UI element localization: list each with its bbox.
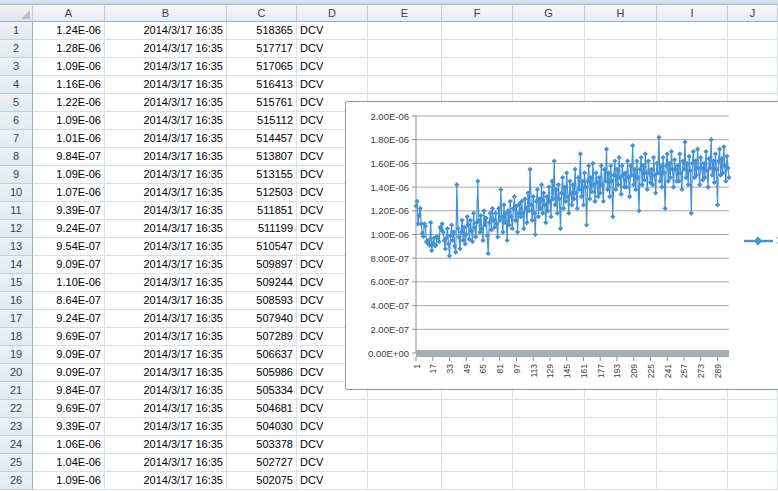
cell-i26[interactable] [657, 472, 728, 490]
cell-f4[interactable] [442, 76, 513, 94]
cell-b18[interactable]: 2014/3/17 16:35 [105, 328, 227, 346]
cell-h22[interactable] [585, 400, 657, 418]
row-header-7[interactable]: 7 [0, 130, 33, 148]
cell-b15[interactable]: 2014/3/17 16:35 [105, 274, 227, 292]
cell-e4[interactable] [368, 76, 442, 94]
cell-c12[interactable]: 511199 [227, 220, 297, 238]
cell-b21[interactable]: 2014/3/17 16:35 [105, 382, 227, 400]
cell-g26[interactable] [513, 472, 585, 490]
cell-d2[interactable]: DCV [297, 40, 368, 58]
cell-a16[interactable]: 8.64E-07 [33, 292, 105, 310]
cell-a13[interactable]: 9.54E-07 [33, 238, 105, 256]
cell-i2[interactable] [657, 40, 728, 58]
cell-d1[interactable]: DCV [297, 22, 368, 40]
cell-b7[interactable]: 2014/3/17 16:35 [105, 130, 227, 148]
cell-h3[interactable] [585, 58, 657, 76]
cell-a26[interactable]: 1.09E-06 [33, 472, 105, 490]
cell-a19[interactable]: 9.09E-07 [33, 346, 105, 364]
row-header-20[interactable]: 20 [0, 364, 33, 382]
cell-b13[interactable]: 2014/3/17 16:35 [105, 238, 227, 256]
cell-b10[interactable]: 2014/3/17 16:35 [105, 184, 227, 202]
cell-f22[interactable] [442, 400, 513, 418]
row-header-21[interactable]: 21 [0, 382, 33, 400]
cell-b4[interactable]: 2014/3/17 16:35 [105, 76, 227, 94]
row-header-8[interactable]: 8 [0, 148, 33, 166]
row-header-16[interactable]: 16 [0, 292, 33, 310]
row-header-19[interactable]: 19 [0, 346, 33, 364]
cell-a23[interactable]: 9.39E-07 [33, 418, 105, 436]
row-header-3[interactable]: 3 [0, 58, 33, 76]
cell-a2[interactable]: 1.28E-06 [33, 40, 105, 58]
cell-i22[interactable] [657, 400, 728, 418]
cell-b1[interactable]: 2014/3/17 16:35 [105, 22, 227, 40]
cell-b26[interactable]: 2014/3/17 16:35 [105, 472, 227, 490]
cell-j23[interactable] [728, 418, 778, 436]
cell-i3[interactable] [657, 58, 728, 76]
cell-d24[interactable]: DCV [297, 436, 368, 454]
cell-d22[interactable]: DCV [297, 400, 368, 418]
cell-c17[interactable]: 507940 [227, 310, 297, 328]
cell-a25[interactable]: 1.04E-06 [33, 454, 105, 472]
select-all-button[interactable] [0, 5, 33, 22]
cell-c26[interactable]: 502075 [227, 472, 297, 490]
cell-d25[interactable]: DCV [297, 454, 368, 472]
cell-a1[interactable]: 1.24E-06 [33, 22, 105, 40]
column-header-a[interactable]: A [33, 5, 105, 22]
cell-b12[interactable]: 2014/3/17 16:35 [105, 220, 227, 238]
cell-b16[interactable]: 2014/3/17 16:35 [105, 292, 227, 310]
column-header-b[interactable]: B [105, 5, 227, 22]
column-header-i[interactable]: I [657, 5, 728, 22]
cell-a15[interactable]: 1.10E-06 [33, 274, 105, 292]
cell-j3[interactable] [728, 58, 778, 76]
cell-g24[interactable] [513, 436, 585, 454]
cell-c15[interactable]: 509244 [227, 274, 297, 292]
cell-c1[interactable]: 518365 [227, 22, 297, 40]
cell-j2[interactable] [728, 40, 778, 58]
cell-b9[interactable]: 2014/3/17 16:35 [105, 166, 227, 184]
cell-a9[interactable]: 1.09E-06 [33, 166, 105, 184]
cell-c25[interactable]: 502727 [227, 454, 297, 472]
cell-b23[interactable]: 2014/3/17 16:35 [105, 418, 227, 436]
cell-i25[interactable] [657, 454, 728, 472]
row-header-13[interactable]: 13 [0, 238, 33, 256]
cell-h2[interactable] [585, 40, 657, 58]
column-header-d[interactable]: D [297, 5, 368, 22]
cell-d3[interactable]: DCV [297, 58, 368, 76]
cell-b19[interactable]: 2014/3/17 16:35 [105, 346, 227, 364]
cell-j26[interactable] [728, 472, 778, 490]
cell-c20[interactable]: 505986 [227, 364, 297, 382]
cell-f1[interactable] [442, 22, 513, 40]
cell-a7[interactable]: 1.01E-06 [33, 130, 105, 148]
row-header-25[interactable]: 25 [0, 454, 33, 472]
cell-e26[interactable] [368, 472, 442, 490]
cell-j25[interactable] [728, 454, 778, 472]
cell-e2[interactable] [368, 40, 442, 58]
cell-g3[interactable] [513, 58, 585, 76]
cell-b25[interactable]: 2014/3/17 16:35 [105, 454, 227, 472]
cell-c18[interactable]: 507289 [227, 328, 297, 346]
cell-g25[interactable] [513, 454, 585, 472]
column-header-e[interactable]: E [368, 5, 442, 22]
row-header-18[interactable]: 18 [0, 328, 33, 346]
cell-a3[interactable]: 1.09E-06 [33, 58, 105, 76]
cell-j22[interactable] [728, 400, 778, 418]
cell-c3[interactable]: 517065 [227, 58, 297, 76]
cell-b2[interactable]: 2014/3/17 16:35 [105, 40, 227, 58]
row-header-11[interactable]: 11 [0, 202, 33, 220]
cell-d23[interactable]: DCV [297, 418, 368, 436]
cell-b14[interactable]: 2014/3/17 16:35 [105, 256, 227, 274]
cell-i4[interactable] [657, 76, 728, 94]
column-header-c[interactable]: C [227, 5, 297, 22]
cell-d26[interactable]: DCV [297, 472, 368, 490]
cell-j1[interactable] [728, 22, 778, 40]
cell-d4[interactable]: DCV [297, 76, 368, 94]
cell-j4[interactable] [728, 76, 778, 94]
cell-h23[interactable] [585, 418, 657, 436]
row-header-14[interactable]: 14 [0, 256, 33, 274]
cell-a5[interactable]: 1.22E-06 [33, 94, 105, 112]
cell-g23[interactable] [513, 418, 585, 436]
row-header-15[interactable]: 15 [0, 274, 33, 292]
cell-a18[interactable]: 9.69E-07 [33, 328, 105, 346]
cell-h25[interactable] [585, 454, 657, 472]
cell-f23[interactable] [442, 418, 513, 436]
